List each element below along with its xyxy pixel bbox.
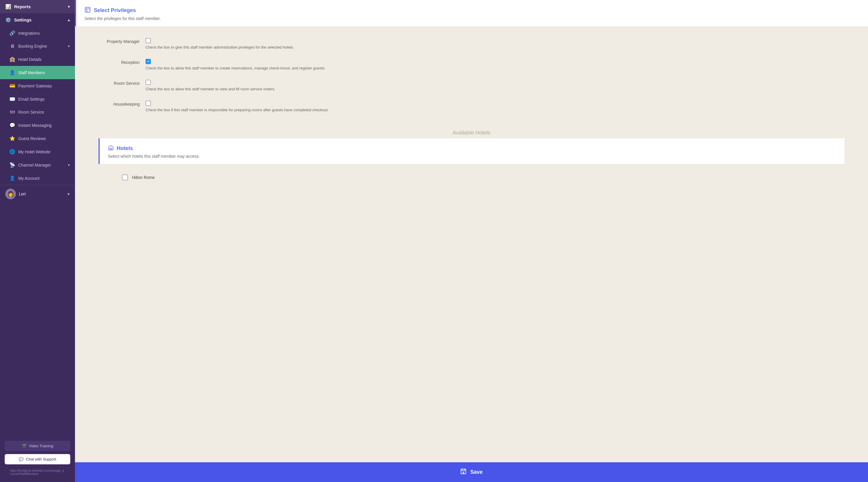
reception-checkbox[interactable] — [146, 59, 151, 64]
sidebar-item-settings[interactable]: ⚙️ Settings ▴ — [0, 13, 75, 27]
hotel-details-icon: 🏨 — [9, 57, 15, 62]
housekeeping-checkbox[interactable] — [146, 101, 151, 106]
hilton-rome-name: Hilton Rome — [132, 175, 155, 180]
reports-icon: 📊 — [5, 4, 11, 9]
my-account-icon: 👤 — [9, 175, 15, 181]
payment-gateway-icon: 💳 — [9, 83, 15, 89]
housekeeping-input: Check the box if this staff member is re… — [146, 101, 329, 112]
email-settings-icon: ✉️ — [9, 96, 15, 102]
sidebar: 📊 Reports ▾ ⚙️ Settings ▴ 🔗 Integrations… — [0, 0, 75, 482]
chat-support-icon: 💬 — [19, 457, 24, 461]
svg-rect-3 — [110, 148, 112, 150]
hotels-card-header: Hotels Select which hotels this staff me… — [100, 138, 844, 164]
room-service-desc: Check the box to allow this staff member… — [146, 87, 275, 91]
hotels-card-title: Hotels — [108, 145, 836, 152]
privilege-row-housekeeping: Housekeeping Check the box if this staff… — [98, 101, 844, 112]
sidebar-item-email-settings[interactable]: ✉️ Email Settings — [0, 92, 75, 106]
instant-messaging-icon: 💬 — [9, 122, 15, 128]
booking-engine-icon: 🖥 — [9, 44, 15, 49]
select-privileges-title: Select Privileges — [84, 6, 860, 15]
hotels-list: Hilton Rome — [98, 164, 844, 191]
video-training-icon: 🎬 — [22, 444, 27, 448]
sidebar-item-channel-manager[interactable]: 📡 Channel Manager ▾ — [0, 158, 75, 172]
user-chevron: ▾ — [67, 191, 70, 197]
room-service-icon: 🍽 — [9, 110, 15, 115]
sidebar-item-integrations[interactable]: 🔗 Integrations — [0, 27, 75, 40]
privilege-row-room-service: Room Service Check the box to allow this… — [98, 80, 844, 91]
hotels-card-subtitle: Select which hotels this staff member ma… — [108, 154, 836, 159]
integrations-icon: 🔗 — [9, 30, 15, 36]
save-bar-content: Save — [460, 468, 483, 476]
select-privileges-subtitle: Select the privileges for this staff mem… — [84, 16, 860, 21]
property-manager-desc: Check the box to give this staff member … — [146, 45, 294, 50]
hotels-icon — [108, 145, 114, 152]
room-service-input: Check the box to allow this staff member… — [146, 80, 275, 91]
housekeeping-label: Housekeeping — [98, 101, 146, 107]
sidebar-item-my-hotel-website[interactable]: 🌐 My Hotel Website — [0, 145, 75, 158]
reports-chevron: ▾ — [68, 5, 70, 9]
booking-engine-chevron: ▾ — [68, 44, 70, 48]
hilton-rome-checkbox[interactable] — [122, 174, 128, 180]
available-hotels-divider: Available Hotels — [98, 121, 844, 138]
property-manager-checkbox[interactable] — [146, 38, 151, 43]
my-hotel-website-icon: 🌐 — [9, 149, 15, 154]
sidebar-item-guest-reviews[interactable]: ⭐ Guest Reviews — [0, 132, 75, 145]
privileges-form: Property Manager Check the box to give t… — [75, 26, 868, 203]
sidebar-bottom: 🎬 Video Training 💬 Chat with Support htt… — [0, 436, 75, 482]
hotels-card: Hotels Select which hotels this staff me… — [98, 138, 844, 164]
select-privileges-icon — [84, 6, 91, 15]
reception-label: Reception — [98, 59, 146, 65]
save-icon — [460, 468, 467, 476]
sidebar-item-room-service[interactable]: 🍽 Room Service — [0, 106, 75, 119]
guest-reviews-icon: ⭐ — [9, 136, 15, 141]
user-name: Lori — [19, 192, 26, 196]
settings-icon: ⚙️ — [5, 17, 11, 23]
video-training-button[interactable]: 🎬 Video Training — [5, 441, 70, 451]
sidebar-item-payment-gateway[interactable]: 💳 Payment Gateway — [0, 79, 75, 92]
reception-input: Check the box to allow this staff member… — [146, 59, 326, 70]
channel-manager-icon: 📡 — [9, 162, 15, 168]
sidebar-item-booking-engine[interactable]: 🖥 Booking Engine ▾ — [0, 40, 75, 53]
sidebar-item-staff-members[interactable]: 👤 Staff Members — [0, 66, 75, 79]
property-manager-label: Property Manager — [98, 38, 146, 44]
property-manager-input: Check the box to give this staff member … — [146, 38, 294, 50]
hotel-row-hilton-rome: Hilton Rome — [122, 170, 821, 185]
user-section[interactable]: 👩 Lori ▾ — [0, 185, 75, 203]
privilege-row-property-manager: Property Manager Check the box to give t… — [98, 38, 844, 50]
sidebar-item-hotel-details[interactable]: 🏨 Hotel Details — [0, 53, 75, 66]
sidebar-item-reports[interactable]: 📊 Reports ▾ — [0, 0, 75, 13]
housekeeping-desc: Check the box if this staff member is re… — [146, 108, 329, 112]
sidebar-url: https://frontdesk.hellohab.com/manage_ac… — [5, 467, 70, 477]
select-privileges-header: Select Privileges Select the privileges … — [76, 0, 868, 26]
settings-chevron: ▴ — [68, 18, 70, 22]
room-service-checkbox[interactable] — [146, 80, 151, 85]
save-button[interactable]: Save — [75, 462, 868, 482]
main-content: Select Privileges Select the privileges … — [75, 0, 868, 482]
channel-manager-chevron: ▾ — [68, 163, 70, 167]
svg-rect-0 — [85, 7, 90, 12]
select-privileges-card: Select Privileges Select the privileges … — [75, 0, 868, 26]
privilege-row-reception: Reception Check the box to allow this st… — [98, 59, 844, 70]
sidebar-item-my-account[interactable]: 👤 My Account — [0, 172, 75, 185]
reception-desc: Check the box to allow this staff member… — [146, 66, 326, 70]
room-service-privilege-label: Room Service — [98, 80, 146, 86]
spacer — [75, 203, 868, 462]
chat-support-button[interactable]: 💬 Chat with Support — [5, 454, 70, 464]
staff-members-icon: 👤 — [9, 70, 15, 75]
sidebar-item-instant-messaging[interactable]: 💬 Instant Messaging — [0, 119, 75, 132]
avatar: 👩 — [5, 189, 16, 199]
